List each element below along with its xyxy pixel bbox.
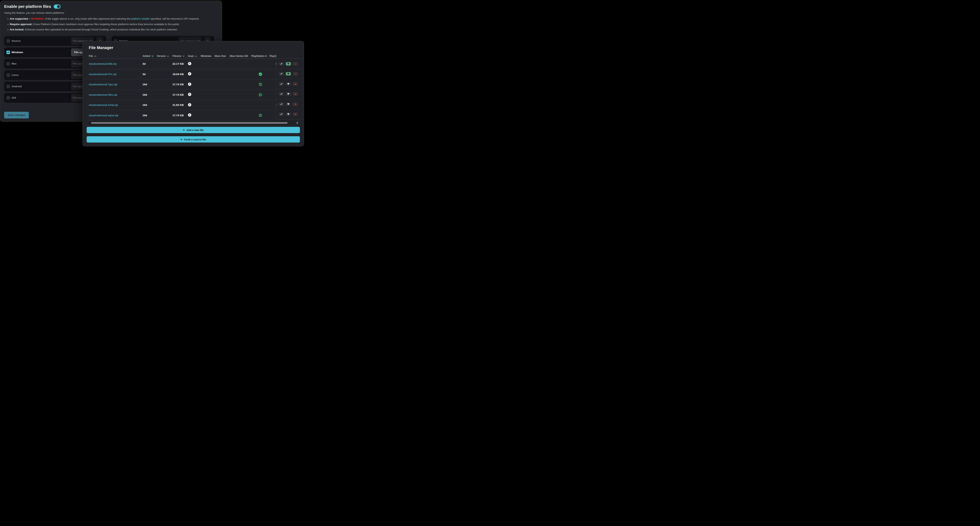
ps4-approved-cell <box>251 93 269 96</box>
ps5-approved-cell <box>269 103 276 107</box>
trash-icon <box>294 83 296 85</box>
rank-file-button[interactable] <box>286 72 291 75</box>
rank-file-button[interactable] <box>286 92 291 96</box>
column-header-filesize[interactable]: Filesize <box>172 55 188 57</box>
file-actions-rows <box>276 59 304 120</box>
trash-icon <box>294 73 296 75</box>
platform-checkbox[interactable] <box>6 85 10 88</box>
rank-file-button[interactable] <box>286 62 291 65</box>
enable-per-platform-toggle[interactable] <box>54 5 60 9</box>
filesize-cell: 18.04 KB <box>172 73 188 76</box>
trash-icon <box>294 113 296 115</box>
column-header-playstation-5: PlayStation 5 <box>269 55 276 57</box>
added-cell: 10d <box>143 104 157 107</box>
ps4-approved-cell <box>251 114 269 117</box>
column-header-xbox-one: Xbox One <box>215 55 229 57</box>
scrollbar-thumb[interactable] <box>91 122 288 124</box>
bullet-bold-text: Require approval: <box>10 23 32 26</box>
pencil-icon <box>280 63 282 65</box>
pencil-icon <box>280 103 282 105</box>
rank-file-button[interactable] <box>286 113 291 116</box>
edit-file-button[interactable] <box>279 113 284 116</box>
pencil-icon <box>280 93 282 95</box>
file-cell: cloudcookresult-a7da.zip <box>89 104 143 107</box>
rank-file-button[interactable] <box>286 82 291 86</box>
feature-bullet: Require approval: Cross Platform Game te… <box>8 22 218 27</box>
delete-file-button[interactable] <box>293 82 298 86</box>
check-circle-icon <box>259 83 262 86</box>
file-link[interactable]: cloudcookresult-4fcu.zip <box>89 93 117 96</box>
save-changes-button[interactable]: Save changes <box>4 112 29 118</box>
added-cell: 10d <box>143 83 157 86</box>
file-link[interactable]: cloudcookresult-f7rx.zip <box>89 73 117 76</box>
scan-cell <box>188 93 201 97</box>
edit-file-button[interactable] <box>279 82 284 86</box>
edit-file-button[interactable] <box>279 92 284 96</box>
trophy-icon <box>287 103 290 105</box>
column-header-label: Xbox Series X/S <box>229 55 248 57</box>
column-header-scan[interactable]: Scan <box>188 55 201 57</box>
file-link[interactable]: cloudcookresult-7grs.zip <box>89 83 118 86</box>
scroll-left-arrow-icon[interactable] <box>89 122 90 124</box>
scrollbar-track[interactable] <box>91 122 296 124</box>
column-header-label: Filesize <box>172 55 181 57</box>
file-table-row: cloudcookresult-a7da.zip 10d 21.84 KB <box>89 100 276 110</box>
screen: Enable per-platform files Using this fea… <box>0 0 307 150</box>
added-cell: 10d <box>143 93 157 96</box>
cook-source-file-button[interactable]: + Cook a source file <box>87 136 300 142</box>
file-actions-row <box>276 79 304 89</box>
platform-checkbox[interactable] <box>6 39 10 43</box>
delete-file-button[interactable] <box>293 102 298 106</box>
trophy-icon <box>287 113 290 115</box>
platform-label: Source <box>11 40 21 42</box>
check-icon <box>7 51 10 54</box>
horizontal-scrollbar[interactable] <box>88 122 299 124</box>
column-header-label: Added <box>143 55 150 57</box>
scroll-right-arrow-icon[interactable] <box>297 122 298 124</box>
file-table-row: cloudcookresult-aq1w.zip 10d 17.74 KB <box>89 110 276 121</box>
file-link[interactable]: cloudcookresult-aq1w.zip <box>89 114 118 117</box>
column-header-label: Scan <box>188 55 194 57</box>
bullet-text: Cross Platform Game team members must ap… <box>32 23 179 26</box>
column-header-label: Version <box>157 55 165 57</box>
edit-file-button[interactable] <box>279 62 284 65</box>
platform-checkbox[interactable] <box>6 96 10 100</box>
file-actions-row <box>276 89 304 99</box>
scan-cell <box>188 62 201 66</box>
file-actions-row <box>276 99 304 109</box>
file-table: File Added Version Filesize Scan Windows… <box>83 54 304 121</box>
platform-checkbox[interactable] <box>6 62 10 65</box>
sort-desc-icon <box>151 55 153 57</box>
file-link[interactable]: cloudcookresult-a7da.zip <box>89 104 118 107</box>
delete-file-button[interactable] <box>293 92 298 96</box>
delete-file-button[interactable] <box>293 113 298 116</box>
file-table-scroll-area: File Added Version Filesize Scan Windows… <box>89 54 276 121</box>
delete-file-button[interactable] <box>293 72 298 75</box>
plus-icon: + <box>183 128 185 132</box>
column-header-xbox-series-x-s: Xbox Series X/S <box>229 55 251 57</box>
column-header-windows: Windows <box>201 55 215 57</box>
add-new-file-button[interactable]: + Add a new file <box>87 127 300 133</box>
added-cell: 3d <box>143 73 157 76</box>
sort-asc-icon <box>94 55 96 57</box>
platform-checkbox[interactable] <box>6 73 10 77</box>
platform-label: iOS <box>11 96 16 99</box>
file-cell: cloudcookresult-7grs.zip <box>89 83 143 86</box>
edit-file-button[interactable] <box>279 102 284 106</box>
column-header-file[interactable]: File <box>89 55 143 57</box>
column-header-added[interactable]: Added <box>143 55 157 57</box>
add-new-file-label: Add a new file <box>186 129 204 132</box>
platform-checkbox[interactable] <box>6 51 10 54</box>
file-actions-row <box>276 59 304 69</box>
trophy-icon <box>287 73 290 75</box>
rank-file-button[interactable] <box>286 102 291 106</box>
delete-file-button[interactable] <box>293 62 298 65</box>
file-manager-panel: File Manager File Added Version Filesize… <box>83 41 304 146</box>
platform-header-link[interactable]: platform header <box>131 17 150 20</box>
file-link[interactable]: cloudcookresult-8irb.zip <box>89 62 117 65</box>
warning-text: WARNING: <box>31 17 45 20</box>
bullet-text: Enforces source files uploaded to be pro… <box>24 28 178 31</box>
ps4-approved-cell <box>251 83 269 86</box>
edit-file-button[interactable] <box>279 72 284 75</box>
column-header-version[interactable]: Version <box>157 55 172 57</box>
